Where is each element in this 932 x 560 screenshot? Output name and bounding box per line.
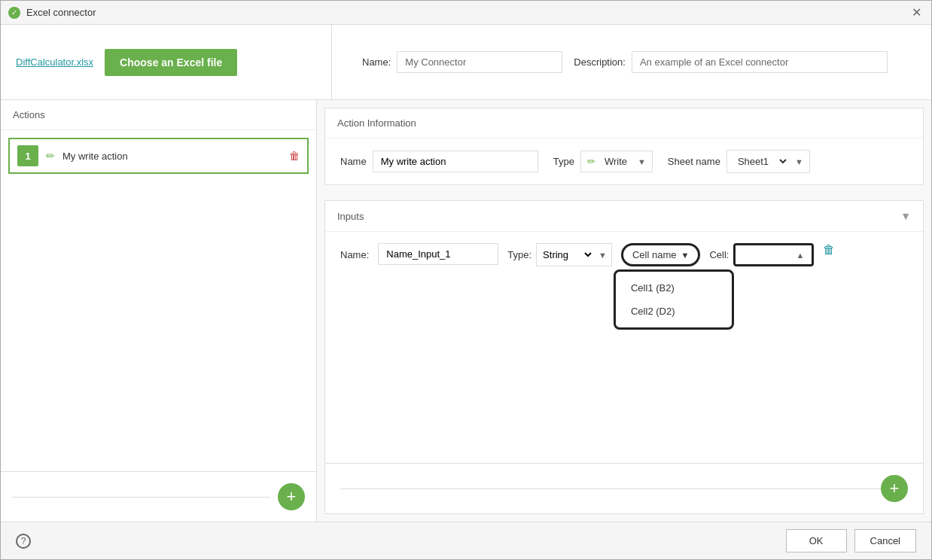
action-type-label: Type [553,156,574,167]
sheet-dropdown[interactable]: Sheet1 Sheet2 ▼ [726,150,810,173]
name-field-group: Name: [362,51,562,73]
sheet-name-label: Sheet name [668,156,720,167]
inputs-content: Name: Type: String Number Boolean [325,232,923,278]
ok-button[interactable]: OK [786,529,847,552]
action-info-header: Action Information [325,108,923,138]
cell-name-arrow-icon: ▼ [681,251,690,260]
help-icon[interactable]: ? [16,534,31,549]
description-label: Description: [574,56,626,68]
sheet-select[interactable]: Sheet1 Sheet2 [727,151,789,172]
add-action-button[interactable]: + [278,483,305,510]
right-panel: Action Information Name Type ✏ [317,100,931,522]
cell-delete-icon[interactable]: 🗑 [823,243,835,257]
pencil-icon: ✏ [46,150,55,162]
description-field-group: Description: [574,51,888,73]
action-name: My write action [62,151,282,162]
action-item[interactable]: 1 ✏ My write action 🗑 [8,138,309,174]
file-section: DiffCalculator.xlsx Choose an Excel file [16,25,332,99]
inputs-block: Inputs ▼ Name: Type: String [324,200,924,514]
action-number: 1 [17,145,38,166]
left-panel: Actions 1 ✏ My write action 🗑 + [1,100,317,522]
string-type-select[interactable]: String Number Boolean [537,244,594,266]
connector-name-input[interactable] [397,51,562,73]
close-button[interactable]: ✕ [909,5,924,20]
excel-connector-window: Excel connector ✕ DiffCalculator.xlsx Ch… [0,0,932,560]
cell-label: Cell: [709,249,729,260]
cell-dropdown-item-2[interactable]: Cell2 (D2) [616,300,732,323]
cell-input-up-arrow[interactable]: ▲ [793,249,807,261]
cell-dropdown-list: Cell1 (B2) Cell2 (D2) [614,269,734,330]
inputs-row: Name: Type: String Number Boolean [340,243,908,266]
window-title: Excel connector [26,7,96,18]
input-name-field[interactable] [378,243,498,265]
add-input-button[interactable]: + [881,475,908,502]
cell-name-and-input: Cell name ▼ Cell: ▲ [621,243,835,266]
type-select[interactable]: Write Read [602,151,632,172]
cell-dropdown-item-1[interactable]: Cell1 (B2) [616,276,732,300]
sheet-arrow-icon: ▼ [789,153,809,171]
file-link[interactable]: DiffCalculator.xlsx [16,56,93,68]
string-arrow-icon: ▼ [594,246,611,264]
app-icon [8,7,20,19]
action-name-input[interactable] [373,151,538,172]
cell-name-button[interactable]: Cell name ▼ [621,243,700,266]
bottom-buttons: OK Cancel [786,529,916,552]
name-label: Name: [362,56,391,68]
cell-value-input[interactable] [740,247,793,263]
write-icon: ✏ [581,151,602,172]
right-footer-divider [340,488,881,489]
input-type-label: Type: [507,249,531,260]
main-content: Actions 1 ✏ My write action 🗑 + [1,100,931,522]
connector-description-input[interactable] [632,51,888,73]
action-name-label: Name [340,156,367,167]
cell-input-group: Cell: ▲ [709,243,814,266]
input-type-field: Type: String Number Boolean ▼ [507,243,612,266]
cell-name-wrapper: Cell name ▼ Cell: ▲ [621,243,835,266]
type-arrow-icon: ▼ [632,153,652,171]
action-info-block: Action Information Name Type ✏ [324,108,924,185]
cell-input-wrapper: ▲ [733,243,814,266]
choose-excel-button[interactable]: Choose an Excel file [105,49,237,76]
left-panel-footer: + [1,471,316,522]
delete-action-icon[interactable]: 🗑 [289,150,300,162]
action-info-content: Name Type ✏ Write Read [325,138,923,184]
right-panel-footer: + [325,463,923,513]
bottom-bar: ? OK Cancel [1,522,931,559]
title-bar: Excel connector ✕ [1,1,931,25]
action-type-field: Type ✏ Write Read ▼ [553,151,653,172]
action-name-field: Name [340,151,538,172]
action-info-row: Name Type ✏ Write Read [340,150,908,173]
inputs-header: Inputs ▼ [325,201,923,232]
connector-info-section: Name: Description: [347,51,916,73]
input-name-label: Name: [340,243,369,260]
footer-divider [12,497,270,498]
sheet-name-field: Sheet name Sheet1 Sheet2 ▼ [668,150,810,173]
actions-header: Actions [1,100,316,130]
collapse-icon[interactable]: ▼ [900,210,911,222]
cancel-button[interactable]: Cancel [854,529,916,552]
type-dropdown[interactable]: ✏ Write Read ▼ [580,151,653,172]
top-bar: DiffCalculator.xlsx Choose an Excel file… [1,25,931,100]
string-type-dropdown[interactable]: String Number Boolean ▼ [536,243,612,266]
